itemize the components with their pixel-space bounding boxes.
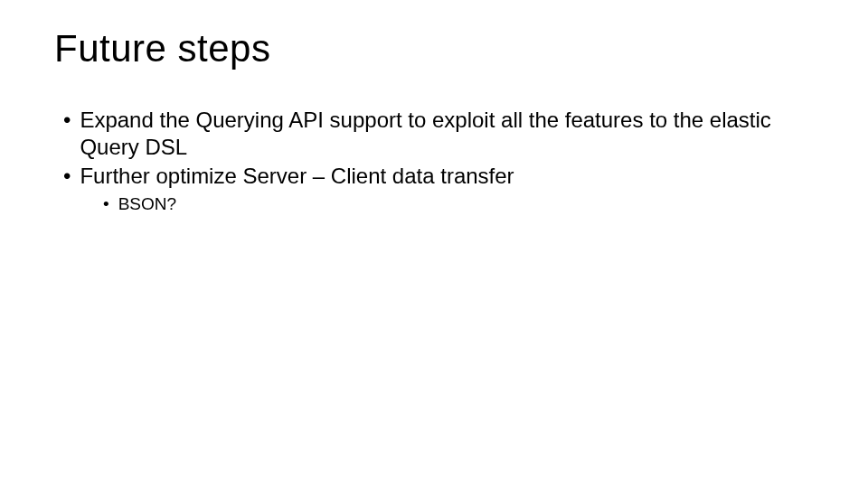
bullet-item: • Expand the Querying API support to exp… <box>63 107 814 161</box>
bullet-text: Further optimize Server – Client data tr… <box>80 163 814 190</box>
sub-bullet-item: • BSON? <box>103 193 814 215</box>
slide-content: • Expand the Querying API support to exp… <box>63 107 814 215</box>
bullet-text: Expand the Querying API support to explo… <box>80 107 814 161</box>
bullet-marker-icon: • <box>63 107 71 134</box>
bullet-marker-icon: • <box>103 193 109 215</box>
sub-bullet-text: BSON? <box>118 193 814 215</box>
bullet-marker-icon: • <box>63 163 71 190</box>
bullet-item: • Further optimize Server – Client data … <box>63 163 814 190</box>
slide-title: Future steps <box>54 27 814 70</box>
slide: Future steps • Expand the Querying API s… <box>0 0 868 488</box>
